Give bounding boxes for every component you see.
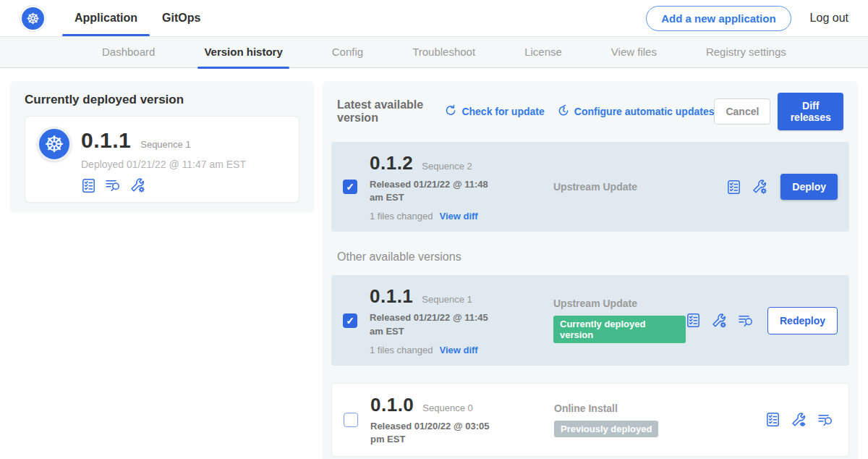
deployed-version-number: 0.1.1: [81, 128, 131, 153]
subnav-tab-registry-settings[interactable]: Registry settings: [704, 36, 788, 68]
checklist-icon[interactable]: [726, 180, 741, 195]
wrench-gear-icon[interactable]: [711, 313, 727, 329]
currently-deployed-badge: Currently deployed version: [553, 316, 686, 343]
app-logo-kubernetes-icon: ☸: [37, 127, 72, 161]
version-checkbox[interactable]: [343, 313, 357, 328]
tab-gitops[interactable]: GitOps: [150, 0, 213, 36]
previously-deployed-badge: Previously deployed: [554, 421, 658, 437]
files-changed-label: 1 files changed: [370, 345, 433, 355]
released-timestamp: Released 01/20/22 @ 03:05 pm EST: [370, 420, 502, 446]
logout-button[interactable]: Log out: [810, 12, 848, 25]
kubernetes-wheel-icon: ☸: [22, 7, 44, 30]
version-row-0-1-1: 0.1.1 Sequence 1 Released 01/21/22 @ 11:…: [331, 275, 849, 365]
subnav-tab-dashboard[interactable]: Dashboard: [100, 36, 157, 68]
logs-search-icon[interactable]: [817, 413, 834, 427]
check-for-update-link[interactable]: Check for update: [444, 104, 544, 119]
version-source: Upstream Update: [553, 298, 686, 309]
wrench-gear-icon[interactable]: [752, 179, 767, 195]
subnav-tab-troubleshoot[interactable]: Troubleshoot: [410, 36, 477, 68]
checklist-icon[interactable]: [81, 178, 96, 193]
nav-right: Add a new application Log out: [646, 6, 848, 31]
kubernetes-logo: ☸: [20, 5, 46, 32]
subnav-tab-license[interactable]: License: [522, 36, 564, 68]
version-number: 0.1.0: [370, 394, 414, 416]
wrench-gear-icon[interactable]: [129, 177, 145, 193]
checklist-icon[interactable]: [765, 412, 780, 427]
version-checkbox[interactable]: [344, 413, 358, 427]
version-number: 0.1.2: [370, 152, 413, 174]
app-subnav: Dashboard Version history Config Trouble…: [0, 36, 868, 68]
version-sequence: Sequence 1: [422, 294, 472, 305]
version-source: Upstream Update: [553, 181, 726, 193]
wrench-eye-icon[interactable]: [791, 412, 807, 428]
subnav-tab-view-files[interactable]: View files: [609, 36, 659, 68]
view-diff-link[interactable]: View diff: [439, 345, 477, 355]
view-diff-link[interactable]: View diff: [439, 211, 477, 222]
released-timestamp: Released 01/21/22 @ 11:45 am EST: [370, 311, 501, 337]
refresh-icon: [444, 104, 457, 119]
version-sequence: Sequence 0: [422, 403, 472, 413]
subnav-tab-version-history[interactable]: Version history: [202, 36, 284, 68]
diff-releases-button[interactable]: Diff releases: [778, 93, 843, 130]
logs-search-icon[interactable]: [104, 178, 122, 193]
deployed-version-sequence: Sequence 1: [140, 139, 190, 150]
currently-deployed-panel: Currently deployed version ☸ 0.1.1 Seque…: [10, 81, 314, 213]
checklist-icon[interactable]: [686, 313, 701, 328]
schedule-update-icon: [557, 104, 570, 119]
add-application-button[interactable]: Add a new application: [646, 6, 791, 31]
version-source: Online Install: [554, 403, 765, 414]
deployed-version-card: ☸ 0.1.1 Sequence 1 Deployed 01/21/22 @ 1…: [25, 116, 299, 203]
files-changed-label: 1 files changed: [370, 211, 433, 222]
version-row-0-1-2: 0.1.2 Sequence 2 Released 01/21/22 @ 11:…: [331, 142, 849, 232]
deployed-timestamp: Deployed 01/21/22 @ 11:47 am EST: [81, 159, 246, 170]
version-sequence: Sequence 2: [422, 161, 472, 172]
deploy-button[interactable]: Deploy: [780, 174, 838, 200]
other-versions-title: Other available versions: [337, 250, 843, 264]
top-navbar: ☸ Application GitOps Add a new applicati…: [0, 0, 868, 36]
version-row-0-1-0: 0.1.0 Sequence 0 Released 01/20/22 @ 03:…: [331, 383, 849, 457]
subnav-tab-config[interactable]: Config: [330, 36, 365, 68]
main-content: Currently deployed version ☸ 0.1.1 Seque…: [0, 68, 868, 459]
cancel-button[interactable]: Cancel: [714, 98, 770, 125]
version-number: 0.1.1: [370, 285, 413, 308]
configure-automatic-updates-link[interactable]: Configure automatic updates: [557, 104, 715, 119]
logs-search-icon[interactable]: [737, 313, 754, 328]
app-nav-tabs: Application GitOps: [62, 0, 213, 36]
released-timestamp: Released 01/21/22 @ 11:48 am EST: [370, 178, 501, 204]
version-checkbox[interactable]: [343, 180, 357, 194]
redeploy-button[interactable]: Redeploy: [767, 307, 838, 334]
latest-version-title: Latest available version: [337, 98, 432, 125]
deployed-panel-title: Currently deployed version: [25, 93, 299, 107]
version-history-panel: Latest available version Check for updat…: [323, 81, 858, 459]
tab-application[interactable]: Application: [62, 0, 150, 36]
